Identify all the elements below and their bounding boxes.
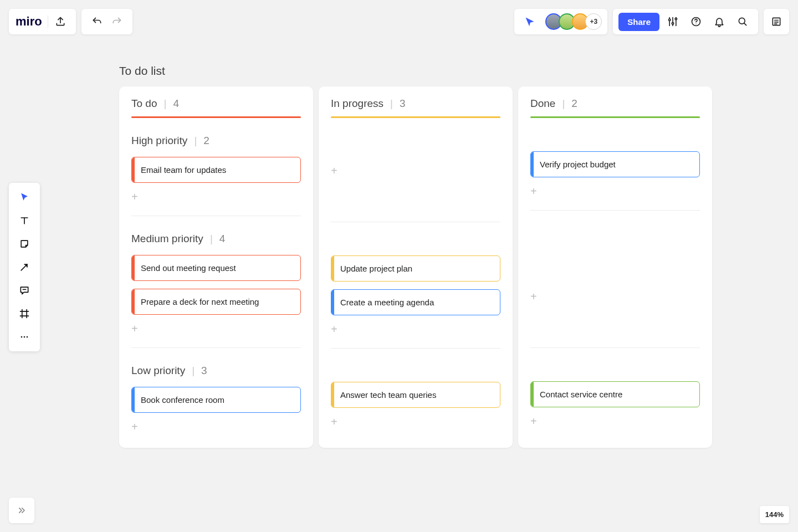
add-card-button[interactable]: + (331, 165, 344, 177)
kanban-card[interactable]: Send out meeting request (131, 255, 301, 281)
comment-icon (19, 285, 30, 296)
svg-point-7 (695, 24, 696, 24)
add-card-button[interactable]: + (331, 416, 344, 428)
kanban-card[interactable]: Verify project budget (530, 151, 700, 177)
kanban-card[interactable]: Email team for updates (131, 157, 301, 183)
section-header-high[interactable]: High priority | 2 (131, 135, 301, 147)
redo-icon (111, 16, 122, 27)
column-header[interactable]: Done | 2 (530, 98, 700, 110)
divider (331, 348, 500, 349)
export-button[interactable] (50, 12, 70, 32)
column-count: 2 (571, 98, 577, 110)
add-card-button[interactable]: + (530, 290, 544, 303)
kanban-card[interactable]: Update project plan (331, 255, 500, 282)
add-card-button[interactable]: + (530, 415, 544, 428)
column-underline (131, 116, 301, 118)
cursor-send-icon (524, 16, 535, 27)
avatar-overflow[interactable]: +3 (585, 13, 602, 30)
share-button[interactable]: Share (618, 13, 659, 31)
svg-point-23 (24, 336, 25, 338)
arrow-tool[interactable] (12, 256, 37, 278)
sticky-note-icon (19, 238, 30, 249)
app-logo[interactable]: miro (14, 14, 45, 29)
undo-icon (91, 16, 103, 27)
more-tools[interactable] (12, 326, 37, 348)
more-icon (19, 331, 30, 342)
undo-button[interactable] (87, 12, 107, 32)
text-tool[interactable] (12, 209, 37, 232)
column-name: Done (530, 98, 555, 110)
add-card-button[interactable]: + (131, 421, 145, 433)
column-in-progress: In progress | 3 + Update project plan Cr… (319, 86, 513, 448)
notifications-button[interactable] (709, 12, 729, 32)
frame-tool[interactable] (12, 303, 37, 325)
divider (530, 347, 700, 348)
arrow-icon (19, 262, 30, 273)
divider (331, 222, 500, 222)
search-button[interactable] (733, 12, 753, 32)
section-header-medium[interactable]: Medium priority | 4 (131, 233, 301, 245)
help-icon (690, 16, 702, 27)
divider (131, 216, 301, 216)
kanban-card[interactable]: Book conference room (131, 387, 301, 413)
kanban-card[interactable]: Prepare a deck for next meeting (131, 289, 301, 315)
section-count: 3 (201, 365, 207, 377)
logo-panel: miro (9, 9, 76, 34)
kanban-board: To do | 4 High priority | 2 Email team f… (119, 86, 712, 448)
help-button[interactable] (686, 12, 706, 32)
column-name: To do (131, 98, 157, 110)
undo-redo-panel (81, 9, 132, 34)
redo-button[interactable] (107, 12, 127, 32)
search-icon (737, 16, 748, 27)
select-tool[interactable] (12, 186, 37, 208)
settings-button[interactable] (663, 12, 683, 32)
sliders-icon (667, 16, 678, 27)
svg-point-3 (669, 19, 671, 21)
section-name: Low priority (131, 365, 185, 377)
sticky-note-tool[interactable] (12, 233, 37, 255)
column-header[interactable]: To do | 4 (131, 98, 301, 110)
toolbox (9, 183, 40, 351)
bell-icon (714, 16, 725, 27)
comment-tool[interactable] (12, 279, 37, 301)
notes-icon (771, 16, 782, 27)
upload-icon (55, 16, 66, 27)
svg-point-24 (27, 336, 28, 338)
svg-point-5 (675, 18, 677, 19)
section-name: Medium priority (131, 233, 203, 245)
frame-icon (19, 308, 30, 319)
column-underline (530, 116, 700, 118)
divider (131, 347, 301, 348)
svg-line-9 (744, 23, 746, 25)
text-icon (19, 215, 30, 226)
section-name: High priority (131, 135, 187, 147)
kanban-card[interactable]: Create a meeting agenda (331, 289, 500, 315)
add-card-button[interactable]: + (131, 323, 145, 335)
column-count: 4 (173, 98, 179, 110)
section-header-low[interactable]: Low priority | 3 (131, 365, 301, 377)
notes-panel-button[interactable] (764, 9, 789, 34)
cursor-follow-button[interactable] (520, 12, 540, 32)
column-name: In progress (331, 98, 383, 110)
add-card-button[interactable]: + (131, 191, 145, 203)
kanban-card[interactable]: Answer tech team queries (331, 382, 500, 408)
svg-point-22 (21, 336, 23, 338)
section-count: 2 (203, 135, 209, 147)
collab-panel: +3 (514, 9, 607, 34)
divider (48, 16, 48, 28)
section-count: 4 (219, 233, 226, 245)
add-card-button[interactable]: + (331, 323, 344, 336)
expand-panel-button[interactable] (9, 498, 34, 523)
column-header[interactable]: In progress | 3 (331, 98, 500, 110)
column-todo: To do | 4 High priority | 2 Email team f… (119, 86, 313, 448)
cursor-icon (19, 191, 30, 203)
board-title[interactable]: To do list (119, 64, 165, 78)
collaborator-avatars[interactable]: +3 (545, 13, 602, 30)
kanban-card[interactable]: Contact service centre (530, 381, 700, 407)
chevrons-right-icon (16, 505, 27, 516)
svg-point-4 (672, 23, 673, 24)
column-count: 3 (400, 98, 406, 110)
column-done: Done | 2 Verify project budget + + Conta… (518, 86, 712, 448)
zoom-level[interactable]: 144% (760, 506, 789, 523)
add-card-button[interactable]: + (530, 185, 544, 198)
